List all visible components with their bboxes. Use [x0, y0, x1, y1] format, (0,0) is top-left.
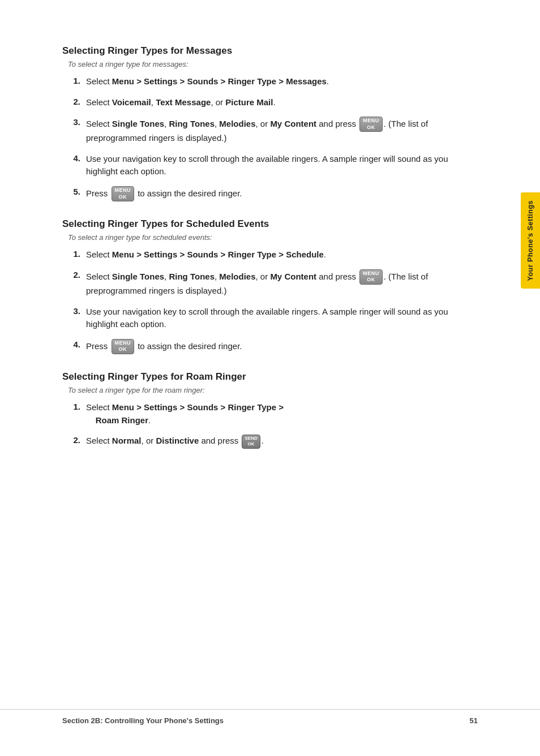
section-title-roam: Selecting Ringer Types for Roam Ringer [62, 371, 478, 383]
step-content: Select Single Tones, Ring Tones, Melodie… [86, 117, 478, 145]
menu-button-icon: MENUOK [359, 117, 383, 132]
menu-button-icon: MENUOK [112, 339, 135, 354]
step-item: 1. Select Menu > Settings > Sounds > Rin… [62, 75, 478, 88]
step-content: Press MENUOK to assign the desired ringe… [86, 339, 478, 354]
step-content: Select Normal, or Distinctive and press … [86, 435, 478, 449]
page-container: Your Phone's Settings Selecting Ringer T… [0, 0, 540, 756]
side-tab: Your Phone's Settings [521, 192, 540, 289]
steps-list-roam: 1. Select Menu > Settings > Sounds > Rin… [62, 401, 478, 449]
step-item: 5. Press MENUOK to assign the desired ri… [62, 186, 478, 201]
section-messages: Selecting Ringer Types for Messages To s… [62, 45, 478, 201]
step-item: 2. Select Normal, or Distinctive and pre… [62, 435, 478, 449]
step-number: 2. [62, 269, 86, 280]
section-title-messages: Selecting Ringer Types for Messages [62, 45, 478, 57]
steps-list-scheduled: 1. Select Menu > Settings > Sounds > Rin… [62, 248, 478, 354]
step-number: 1. [62, 401, 86, 411]
step-item: 3. Use your navigation key to scroll thr… [62, 306, 478, 331]
subtitle-roam: To select a ringer type for the roam rin… [62, 386, 478, 394]
step-item: 1. Select Menu > Settings > Sounds > Rin… [62, 401, 478, 427]
step-number: 1. [62, 248, 86, 259]
step-number: 3. [62, 306, 86, 316]
step-content: Select Single Tones, Ring Tones, Melodie… [86, 269, 478, 298]
step-number: 2. [62, 435, 86, 445]
section-title-scheduled: Selecting Ringer Types for Scheduled Eve… [62, 218, 478, 230]
footer-left: Section 2B: Controlling Your Phone's Set… [62, 716, 224, 725]
step-number: 2. [62, 96, 86, 106]
step-content: Select Voicemail, Text Message, or Pictu… [86, 96, 478, 109]
step-item: 4. Use your navigation key to scroll thr… [62, 153, 478, 178]
menu-button-icon: MENUOK [112, 186, 135, 201]
step-content: Select Menu > Settings > Sounds > Ringer… [86, 75, 478, 88]
section-scheduled: Selecting Ringer Types for Scheduled Eve… [62, 218, 478, 354]
step-item: 3. Select Single Tones, Ring Tones, Melo… [62, 117, 478, 145]
step-content: Select Menu > Settings > Sounds > Ringer… [86, 401, 478, 427]
menu-button-icon: MENUOK [359, 269, 383, 285]
step-item: 2. Select Single Tones, Ring Tones, Melo… [62, 269, 478, 298]
ok-button-icon: SENDOK [242, 435, 260, 449]
subtitle-messages: To select a ringer type for messages: [62, 60, 478, 68]
step-content: Use your navigation key to scroll throug… [86, 306, 478, 331]
step-item: 4. Press MENUOK to assign the desired ri… [62, 339, 478, 354]
step-number: 3. [62, 117, 86, 127]
footer-right: 51 [470, 716, 478, 725]
steps-list-messages: 1. Select Menu > Settings > Sounds > Rin… [62, 75, 478, 201]
step-item: 1. Select Menu > Settings > Sounds > Rin… [62, 248, 478, 261]
step-item: 2. Select Voicemail, Text Message, or Pi… [62, 96, 478, 109]
footer: Section 2B: Controlling Your Phone's Set… [0, 709, 540, 725]
side-tab-text: Your Phone's Settings [526, 200, 534, 281]
step-number: 4. [62, 339, 86, 349]
step-number: 1. [62, 75, 86, 85]
step-number: 4. [62, 153, 86, 163]
step-content: Use your navigation key to scroll throug… [86, 153, 478, 178]
step-content: Select Menu > Settings > Sounds > Ringer… [86, 248, 478, 261]
step-content: Press MENUOK to assign the desired ringe… [86, 186, 478, 201]
section-roam: Selecting Ringer Types for Roam Ringer T… [62, 371, 478, 449]
step-number: 5. [62, 186, 86, 196]
subtitle-scheduled: To select a ringer type for scheduled ev… [62, 233, 478, 242]
